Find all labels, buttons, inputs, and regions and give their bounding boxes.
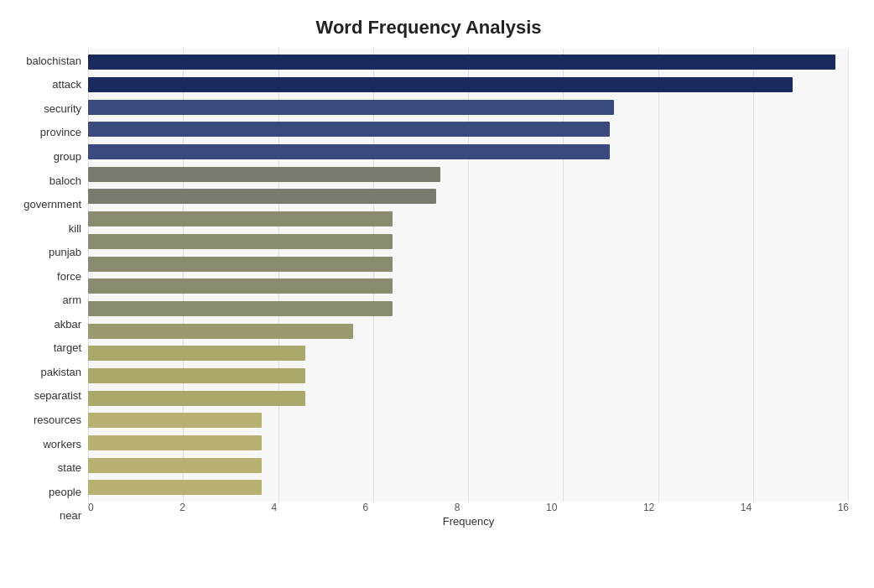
bar-row <box>88 344 849 362</box>
x-tick: 6 <box>363 502 369 513</box>
y-axis: balochistanattacksecurityprovincegroupba… <box>8 49 88 528</box>
x-tick: 4 <box>271 502 277 513</box>
y-label: pakistan <box>41 367 81 377</box>
bar-row <box>88 210 849 228</box>
chart-title: Word Frequency Analysis <box>8 17 849 39</box>
y-label: separatist <box>34 390 81 401</box>
bar <box>88 324 353 339</box>
x-tick: 0 <box>88 502 94 513</box>
y-label: province <box>40 127 81 138</box>
grid-and-bars <box>88 49 849 502</box>
bar <box>88 278 393 294</box>
bar <box>88 301 393 316</box>
y-label: near <box>60 510 81 521</box>
bar-row <box>88 277 849 295</box>
bar <box>88 458 262 473</box>
x-tick: 2 <box>179 502 185 513</box>
bar-row <box>88 120 849 138</box>
y-label: state <box>58 462 81 473</box>
bar-row <box>88 367 849 385</box>
chart-area: balochistanattacksecurityprovincegroupba… <box>8 49 849 528</box>
bar <box>88 480 262 495</box>
x-tick: 10 <box>546 502 557 513</box>
x-ticks: 0246810121416 <box>88 502 849 513</box>
y-label: security <box>44 103 81 114</box>
bar-row <box>88 165 849 184</box>
y-label: people <box>49 487 81 497</box>
y-label: government <box>23 199 81 210</box>
bar-row <box>88 98 849 117</box>
bar-row <box>88 255 849 273</box>
bar-row <box>88 53 849 71</box>
bar-row <box>88 143 849 161</box>
x-axis-label: Frequency <box>88 515 849 528</box>
y-label: force <box>57 271 81 282</box>
bar-row <box>88 411 849 429</box>
y-label: balochistan <box>26 55 81 66</box>
bar <box>88 257 393 272</box>
bar <box>88 189 436 204</box>
plot-area: 0246810121416 Frequency <box>88 49 849 528</box>
y-label: resources <box>34 414 81 425</box>
bar-row <box>88 299 849 318</box>
bar <box>88 234 393 249</box>
bar <box>88 122 610 137</box>
x-bottom: 0246810121416 Frequency <box>88 502 849 528</box>
y-label: punjab <box>49 247 81 258</box>
y-label: workers <box>43 439 81 450</box>
bar <box>88 391 305 406</box>
bar <box>88 100 614 115</box>
bar-row <box>88 434 849 452</box>
bars-container <box>88 49 849 502</box>
x-tick: 14 <box>741 502 752 513</box>
bar <box>88 167 440 182</box>
y-label: attack <box>52 79 81 90</box>
chart-container: Word Frequency Analysis balochistanattac… <box>0 0 874 588</box>
bar-row <box>88 322 849 341</box>
y-label: akbar <box>54 319 81 330</box>
y-label: kill <box>69 223 81 234</box>
bar-row <box>88 187 849 206</box>
bar <box>88 368 305 383</box>
bar <box>88 413 262 428</box>
x-tick: 12 <box>643 502 654 513</box>
x-tick: 16 <box>838 502 849 513</box>
bar <box>88 55 835 70</box>
y-label: arm <box>63 294 81 305</box>
bar <box>88 211 393 226</box>
y-label: group <box>54 151 81 162</box>
bar <box>88 77 793 92</box>
bar-row <box>88 478 849 497</box>
bar-row <box>88 389 849 408</box>
bar <box>88 435 262 450</box>
bar <box>88 144 610 159</box>
bar-row <box>88 232 849 251</box>
bar <box>88 346 305 361</box>
x-tick: 8 <box>455 502 460 513</box>
bar-row <box>88 456 849 475</box>
y-label: baloch <box>49 175 81 186</box>
bar-row <box>88 75 849 94</box>
y-label: target <box>54 342 81 353</box>
